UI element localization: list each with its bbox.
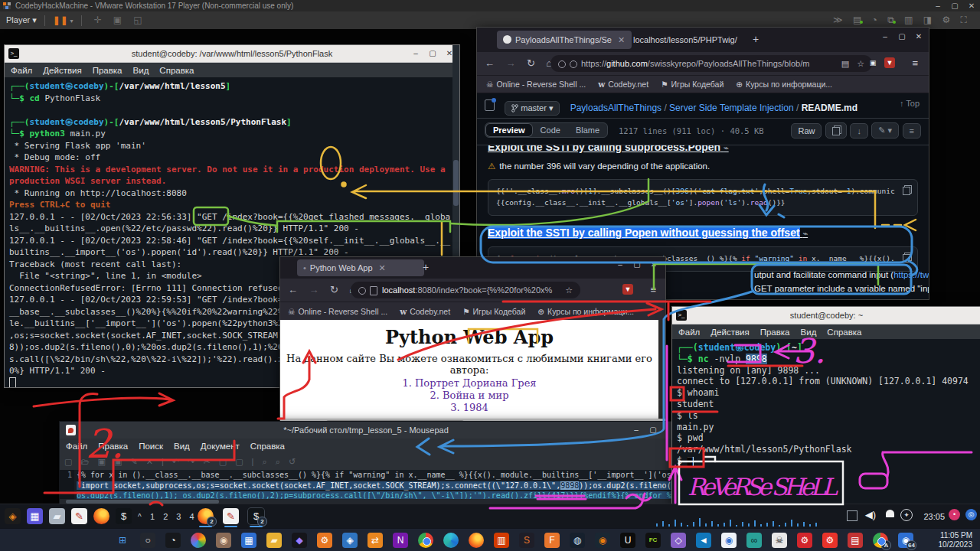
- reload-icon[interactable]: ↻: [527, 57, 535, 69]
- mousepad-controls[interactable]: –▢: [628, 422, 662, 439]
- menu-item[interactable]: Справка: [159, 66, 194, 75]
- vscode-icon[interactable]: ◄: [696, 533, 711, 548]
- gauge-app-icon[interactable]: ◔: [165, 533, 181, 548]
- power-manager-icon[interactable]: ✦: [900, 509, 913, 521]
- chrome-profile-icon[interactable]: A: [873, 533, 888, 548]
- codeby-infinity-icon[interactable]: ∞: [746, 533, 762, 548]
- spider-app-icon[interactable]: ☠: [772, 533, 787, 548]
- terminal-flask-titlebar[interactable]: >_ student@codeby: /var/www/html/lesson5…: [5, 45, 459, 63]
- copy-code-icon[interactable]: [903, 187, 910, 195]
- unreal-icon[interactable]: U: [620, 533, 635, 548]
- bookmark-item[interactable]: wCodeby.net: [598, 80, 648, 89]
- menu-item[interactable]: Файл: [678, 328, 700, 337]
- menu-item[interactable]: Вид: [801, 328, 817, 337]
- bookmark-item[interactable]: ⊕Курсы по информаци...: [537, 307, 634, 316]
- orange-arrows-icon[interactable]: ⇄: [368, 533, 383, 548]
- protections-shield-icon[interactable]: ▣: [867, 57, 878, 68]
- edge-icon[interactable]: [443, 533, 459, 548]
- page-vertical-scrollbar[interactable]: [658, 320, 665, 420]
- vmware-tools-icon[interactable]: ⚙: [317, 533, 332, 548]
- screen-lock-icon[interactable]: •: [949, 509, 960, 520]
- menu-item[interactable]: Действия: [710, 328, 749, 337]
- branch-selector[interactable]: master ▾: [505, 101, 560, 116]
- back-icon[interactable]: ←: [485, 57, 495, 69]
- firefox-taskbar-icon[interactable]: [469, 533, 484, 548]
- f-app-icon[interactable]: F: [544, 533, 560, 548]
- app-window-controls[interactable]: –▢✕: [612, 260, 662, 269]
- menu-item[interactable]: Правка: [98, 442, 128, 451]
- pin64-icon[interactable]: ◉64: [898, 533, 913, 548]
- vm-clock[interactable]: 23:05: [923, 504, 945, 529]
- bookmark-item[interactable]: ⚑Игры Кодебай: [462, 307, 525, 316]
- breadcrumb-section[interactable]: Server Side Template Injection: [669, 103, 794, 113]
- mousepad-editor[interactable]: 1 {% for x in ().__class__.__base__.__su…: [60, 470, 672, 499]
- view-switcher[interactable]: PreviewCodeBlame: [485, 122, 608, 138]
- book-link[interactable]: 3. 1984: [280, 402, 658, 413]
- ublock-icon[interactable]: ▼: [884, 57, 895, 68]
- red-gear-icon-2[interactable]: ⚙: [822, 533, 838, 548]
- copy-raw-button[interactable]: [825, 122, 847, 139]
- red-chart-app-icon[interactable]: ▥: [494, 533, 509, 548]
- start-icon[interactable]: ⊞: [115, 533, 130, 548]
- menu-item[interactable]: Правка: [93, 66, 122, 75]
- copy-code-icon[interactable]: [903, 254, 910, 262]
- fullscreen-icon[interactable]: ▣: [113, 15, 122, 25]
- bookmark-item[interactable]: ⚑Игры Кодебай: [661, 80, 724, 89]
- bookmark-star-icon[interactable]: ☆: [857, 55, 864, 72]
- sublime-icon[interactable]: S: [519, 533, 534, 548]
- volume-icon[interactable]: ◀): [865, 509, 876, 520]
- breadcrumb-repo[interactable]: PayloadsAllTheThings: [570, 103, 662, 113]
- close-tab-icon[interactable]: ✕: [379, 263, 386, 272]
- steam-icon[interactable]: ◍: [570, 533, 585, 548]
- printer-app-icon[interactable]: ▤: [848, 533, 863, 548]
- twitter-link[interactable]: https://twitter.com/SecGus: [893, 270, 929, 279]
- codeby-logo-icon[interactable]: ◈: [5, 508, 21, 524]
- book-link[interactable]: 1. Портрет Дориана Грея: [280, 377, 658, 389]
- red-gear-icon-1[interactable]: ⚙: [797, 533, 812, 548]
- fc-app-icon[interactable]: FC: [645, 533, 661, 548]
- whisker-menu-icon[interactable]: ▦: [27, 508, 43, 524]
- firefox-running-icon[interactable]: 2: [198, 508, 214, 524]
- new-tab-button[interactable]: +: [753, 33, 759, 45]
- top-link[interactable]: ↑ Top: [900, 99, 920, 108]
- workspace-switcher[interactable]: 1 2 3 4: [150, 504, 198, 529]
- shield-icon[interactable]: [358, 287, 366, 295]
- onenote-icon[interactable]: N: [393, 533, 408, 548]
- menu-item[interactable]: Действия: [43, 66, 81, 75]
- terminal-nc-output[interactable]: ┌──(student㉿codeby)-[~]└─$ nc -nvlp 9898…: [672, 339, 980, 504]
- tab-python-web-app[interactable]: •Python Web App✕: [297, 259, 424, 276]
- tab-localhost-phptwig[interactable]: localhost/lesson5/PHPTwig/✕: [627, 31, 754, 49]
- shield-icon[interactable]: [558, 60, 566, 68]
- folder-icon[interactable]: ▰: [266, 533, 282, 548]
- terminal-flask-controls[interactable]: –▢✕: [407, 45, 458, 62]
- new-tab-button[interactable]: +: [423, 261, 429, 273]
- menu-item[interactable]: Файл: [66, 442, 87, 451]
- panel-expand-icon[interactable]: ^: [138, 513, 142, 521]
- menu-item[interactable]: Правка: [760, 328, 790, 337]
- menu-item[interactable]: Документ: [201, 442, 240, 451]
- forward-icon[interactable]: →: [309, 284, 318, 295]
- file-manager-icon[interactable]: ▰: [49, 508, 65, 524]
- firefox-icon[interactable]: [93, 508, 109, 524]
- bookmark-item[interactable]: wCodeby.net: [400, 307, 450, 316]
- notification-bell-icon[interactable]: [886, 510, 894, 517]
- show-desktop-icon[interactable]: [847, 510, 858, 521]
- download-button[interactable]: ↓: [850, 123, 868, 139]
- github-window-controls[interactable]: –▢✕: [877, 32, 927, 41]
- ublock-icon[interactable]: ▼: [622, 284, 633, 295]
- forward-icon[interactable]: →: [505, 57, 515, 69]
- network-tray-icon[interactable]: ◎: [965, 509, 977, 520]
- bookmark-item[interactable]: ⊕Курсы по информаци...: [736, 80, 832, 89]
- menu-item[interactable]: Вид: [133, 66, 149, 75]
- ssti-popen-offset-heading[interactable]: Exploit the SSTI by calling Popen withou…: [488, 227, 929, 239]
- book-link[interactable]: 2. Война и мир: [280, 390, 658, 401]
- bookmark-item[interactable]: ☠Online - Reverse Shell ...: [486, 80, 586, 89]
- calendar-icon[interactable]: ▦: [241, 533, 256, 548]
- code-block-subprocess[interactable]: {{''.__class__.mro()[1].__subclasses__()…: [488, 179, 918, 216]
- maps-pin-icon[interactable]: ◉: [721, 533, 737, 548]
- sidebar-file-icon[interactable]: [485, 99, 495, 111]
- bookmark-item[interactable]: ☠Online - Reverse Shell ...: [288, 307, 387, 316]
- terminal-icon[interactable]: $: [116, 508, 132, 524]
- player-menu-button[interactable]: Player ▾: [6, 15, 37, 24]
- mousepad-toolbar[interactable]: ▢ 🗁 ▣ ▣ ✎ ✕ | ↶ ↷ ✂ ▢ ▢ | ⌕ ⌕ ↺: [60, 454, 672, 470]
